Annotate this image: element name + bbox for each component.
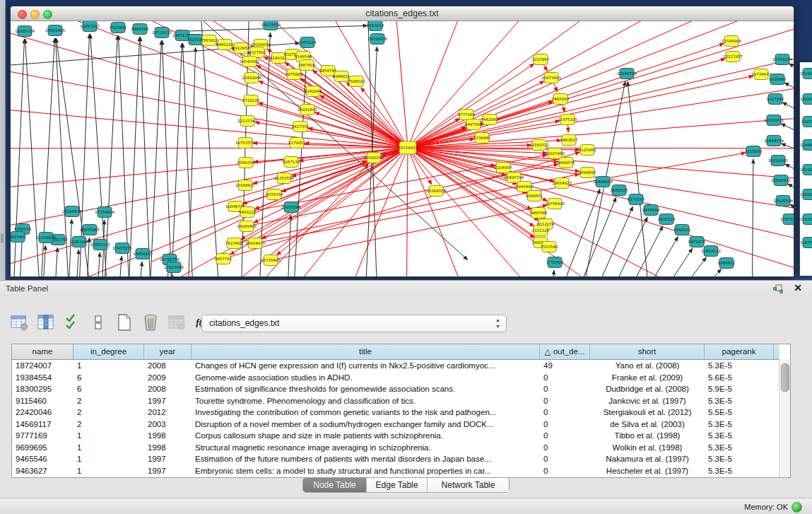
table-scrollbar[interactable] (779, 359, 790, 477)
table-cell[interactable]: 2003 (144, 419, 192, 431)
table-cell[interactable]: 5.6E-5 (705, 372, 774, 384)
table-cell[interactable]: Stergiakouli et al. (2012) (590, 407, 705, 419)
table-cell[interactable]: 18300295 (12, 383, 73, 395)
network-edge[interactable] (789, 64, 794, 88)
table-panel-header[interactable]: Table Panel ✕ (0, 281, 812, 298)
network-edge[interactable] (162, 40, 173, 276)
table-cell[interactable]: 2 (73, 419, 144, 431)
column-header-short[interactable]: short (590, 344, 705, 359)
table-cell[interactable]: 2008 (144, 383, 192, 395)
network-edge[interactable] (581, 206, 633, 276)
network-edge[interactable] (392, 21, 408, 148)
table-cell[interactable]: Wolkin et al. (1998) (590, 442, 705, 454)
table-cell[interactable]: 0 (540, 372, 590, 384)
table-cell[interactable]: 49 (540, 360, 590, 372)
network-edge[interactable] (53, 247, 57, 276)
network-canvas[interactable]: 1203572423691406100532871527602646616010… (11, 21, 794, 276)
table-cell[interactable]: Tourette syndrome. Phenomenology and cla… (192, 395, 540, 407)
float-window-icon[interactable] (772, 284, 784, 295)
table-cell[interactable]: Estimation of significance thresholds fo… (192, 383, 540, 395)
table-cell[interactable]: Hescheler et al. (1997) (590, 465, 705, 477)
table-cell[interactable]: 6 (73, 383, 144, 395)
network-edge[interactable] (118, 35, 131, 276)
column-header-title[interactable]: title (192, 344, 540, 359)
network-edge[interactable] (11, 148, 408, 148)
table-cell[interactable]: 9777169 (12, 430, 73, 442)
network-edge[interactable] (671, 269, 722, 276)
table-cell[interactable]: 9463627 (12, 465, 73, 477)
table-cell[interactable]: 6 (73, 372, 144, 384)
table-cell[interactable]: 22420046 (12, 407, 73, 419)
table-cell[interactable]: 2008 (144, 360, 192, 372)
column-header-in_degree[interactable]: in_degree (73, 344, 144, 359)
table-cell[interactable]: Franke et al. (2009) (590, 372, 705, 384)
network-edge[interactable] (127, 37, 140, 276)
table-cell[interactable]: 5.5E-5 (705, 407, 774, 419)
network-edge[interactable] (406, 148, 408, 276)
table-cell[interactable]: 1 (73, 442, 144, 454)
table-cell[interactable]: 0 (540, 395, 590, 407)
table-cell[interactable]: 5.3E-5 (705, 395, 774, 407)
table-cell[interactable]: 0 (540, 430, 590, 442)
network-edge[interactable] (223, 152, 579, 259)
network-edge[interactable] (117, 256, 122, 276)
background-window-sliver[interactable]: 1521893612093872922734312444154162106431… (799, 62, 812, 276)
table-cell[interactable]: Structural magnetic resonance image aver… (192, 442, 540, 454)
table-row[interactable]: 946362711997Embryonic stem cells: a mode… (12, 465, 790, 477)
column-header-pagerank[interactable]: pagerank (705, 344, 774, 359)
table-cell[interactable]: 1 (73, 453, 144, 465)
table-row[interactable]: 1830029562008Estimation of significance … (12, 383, 790, 395)
table-cell[interactable]: 5.3E-5 (705, 360, 774, 372)
new-document-icon[interactable] (114, 313, 134, 332)
table-cell[interactable]: 0 (540, 465, 590, 477)
table-cell[interactable]: Disruption of a novel member of a sodium… (192, 419, 540, 431)
table-cell[interactable]: 1 (73, 430, 144, 442)
table-row[interactable]: 911546021997Tourette syndrome. Phenomeno… (12, 395, 790, 407)
table-row[interactable]: 2242004622012Investigating the contribut… (12, 407, 790, 419)
network-edge[interactable] (549, 270, 554, 276)
table-cell[interactable]: 2012 (144, 407, 192, 419)
table-cell[interactable]: 18724007 (12, 360, 73, 372)
network-view[interactable]: 1203572423691406100532871527602646616010… (11, 21, 794, 276)
network-edge[interactable] (74, 250, 78, 276)
table-cell[interactable]: 2 (73, 395, 144, 407)
table-cell[interactable]: Tibbo et al. (1998) (590, 430, 705, 442)
network-edge[interactable] (200, 21, 221, 276)
table-cell[interactable]: 0 (540, 407, 590, 419)
table-cell[interactable]: 1997 (144, 453, 192, 465)
network-edge[interactable] (781, 124, 794, 147)
table-cell[interactable]: 14569117 (12, 419, 73, 431)
window-titlebar[interactable]: citations_edges.txt (11, 6, 794, 21)
table-cell[interactable]: 1997 (144, 395, 192, 407)
table-cell[interactable]: 0 (540, 442, 590, 454)
table-cell[interactable]: 1997 (144, 465, 192, 477)
table-cell[interactable]: 5.3E-5 (705, 465, 774, 477)
table-cell[interactable]: 9465546 (12, 453, 73, 465)
table-cell[interactable]: Corpus callosum shape and size in male p… (192, 430, 540, 442)
table-cell[interactable]: de Silva et al. (2003) (590, 419, 705, 431)
network-edge[interactable] (254, 148, 408, 223)
network-edge[interactable] (148, 40, 161, 276)
table-cell[interactable]: 9699695 (12, 442, 73, 454)
network-edge[interactable] (784, 83, 794, 106)
network-edge[interactable] (336, 148, 408, 276)
close-icon[interactable]: ✕ (794, 282, 802, 293)
table-settings-icon[interactable] (10, 313, 30, 332)
panel-divider-handle[interactable] (1, 233, 4, 243)
table-cell[interactable]: 1998 (144, 430, 192, 442)
network-window[interactable]: citations_edges.txt 12035724236914061005… (10, 6, 794, 277)
column-header-out_de[interactable]: △ out_de... (540, 344, 590, 359)
column-header-year[interactable]: year (144, 344, 192, 359)
table-cell[interactable]: 5.3E-5 (705, 430, 774, 442)
table-cell[interactable]: 0 (540, 383, 590, 395)
table-cell[interactable]: Yano et al. (2008) (590, 360, 705, 372)
network-edge[interactable] (656, 257, 706, 276)
table-cell[interactable]: Investigating the contribution of common… (192, 407, 540, 419)
network-edge[interactable] (408, 64, 534, 148)
network-edge[interactable] (782, 103, 794, 126)
tab-node-table[interactable]: Node Table (303, 478, 367, 492)
select-all-icon[interactable] (62, 313, 82, 332)
table-row[interactable]: 1456911722003Disruption of a novel membe… (12, 419, 790, 431)
network-edge[interactable] (752, 159, 753, 276)
network-edge[interactable] (235, 101, 553, 206)
